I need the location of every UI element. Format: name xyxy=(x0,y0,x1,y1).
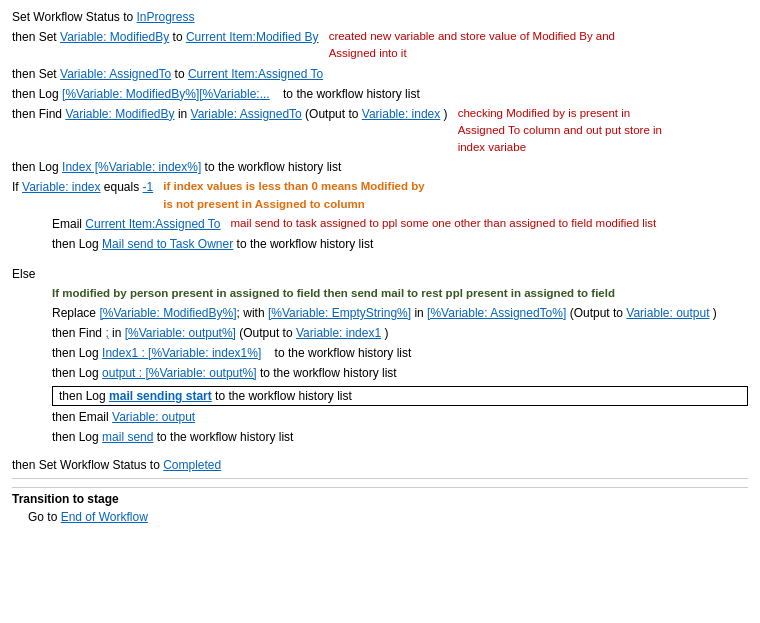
email-output-link[interactable]: Variable: output xyxy=(112,410,195,424)
line-log-mail-sending-highlighted: then Log mail sending start to the workf… xyxy=(52,386,748,406)
goto-line: Go to End of Workflow xyxy=(12,508,748,526)
line-log-mail-send: then Log mail send to the workflow histo… xyxy=(12,428,748,446)
line-else: Else xyxy=(12,265,748,283)
line-log-index: then Log Index [%Variable: index%] to th… xyxy=(12,158,748,176)
line-replace: Replace [%Variable: ModifiedBy%]; with [… xyxy=(12,304,748,322)
comment-email: mail send to task assigned to ppl some o… xyxy=(231,215,748,232)
section-divider xyxy=(12,478,748,479)
end-of-workflow-link[interactable]: End of Workflow xyxy=(61,510,148,524)
log-index1-link[interactable]: Index1 : [%Variable: index1%] xyxy=(102,346,261,360)
status-inprogress[interactable]: InProgress xyxy=(137,8,195,26)
replace-output[interactable]: Variable: output xyxy=(626,306,709,320)
line-set-workflow-completed: then Set Workflow Status to Completed xyxy=(12,456,748,474)
log-mail-send-link[interactable]: mail send xyxy=(102,430,153,444)
line-else-comment: If modified by person present in assigne… xyxy=(12,285,748,302)
line-email-output: then Email Variable: output xyxy=(12,408,748,426)
line-log-index1: then Log Index1 : [%Variable: index1%] t… xyxy=(12,344,748,362)
log-mail-sending-link[interactable]: mail sending start xyxy=(109,389,212,403)
find-output-index1[interactable]: Variable: index1 xyxy=(296,326,381,340)
field-assignedto[interactable]: Current Item:Assigned To xyxy=(188,67,323,81)
line-find-semicolon: then Find ; in [%Variable: output%] (Out… xyxy=(12,324,748,342)
transition-label: Transition to stage xyxy=(12,487,748,506)
replace-assignedto[interactable]: [%Variable: AssignedTo%] xyxy=(427,306,566,320)
comment-else: If modified by person present in assigne… xyxy=(52,285,615,302)
replace-emptystring[interactable]: [%Variable: EmptyString%] xyxy=(268,306,411,320)
var-assignedto[interactable]: Variable: AssignedTo xyxy=(60,67,171,81)
line-find-modifiedby: then Find Variable: ModifiedBy in Variab… xyxy=(12,105,748,157)
comment-find: checking Modified by is present inAssign… xyxy=(458,105,748,157)
find-modifiedby[interactable]: Variable: ModifiedBy xyxy=(65,107,174,121)
line-log-modifiedby-vars: then Log [%Variable: ModifiedBy%][%Varia… xyxy=(12,85,748,103)
var-modifiedby[interactable]: Variable: ModifiedBy xyxy=(60,30,169,44)
line-log-mail-task-owner: then Log Mail send to Task Owner to the … xyxy=(12,235,748,253)
line-email-assignedto: Email Current Item:Assigned To mail send… xyxy=(12,215,748,233)
if-var-index[interactable]: Variable: index xyxy=(22,180,101,194)
find-in-assignedto[interactable]: Variable: AssignedTo xyxy=(191,107,302,121)
status-completed[interactable]: Completed xyxy=(163,458,221,472)
field-modifiedby[interactable]: Current Item:Modified By xyxy=(186,30,319,44)
comment-if: if index values is less than 0 means Mod… xyxy=(163,178,748,213)
find-in-output[interactable]: [%Variable: output%] xyxy=(125,326,236,340)
log-index-link[interactable]: Index [%Variable: index%] xyxy=(62,160,201,174)
line-log-output: then Log output : [%Variable: output%] t… xyxy=(12,364,748,382)
line-set-modifiedby: then Set Variable: ModifiedBy to Current… xyxy=(12,28,748,63)
email-assignedto-link[interactable]: Current Item:Assigned To xyxy=(85,217,220,231)
log-mail-task-owner[interactable]: Mail send to Task Owner xyxy=(102,237,233,251)
find-semicolon[interactable]: ; xyxy=(105,326,108,340)
log-output-link[interactable]: output : [%Variable: output%] xyxy=(102,366,257,380)
comment-modifiedby: created new variable and store value of … xyxy=(329,28,748,63)
line-set-workflow-start: Set Workflow Status to InProgress xyxy=(12,8,748,26)
replace-modifiedby[interactable]: [%Variable: ModifiedBy%] xyxy=(99,306,236,320)
output-index[interactable]: Variable: index xyxy=(362,107,441,121)
if-value-minus1[interactable]: -1 xyxy=(143,180,154,194)
log-vars-link[interactable]: [%Variable: ModifiedBy%][%Variable:... xyxy=(62,87,270,101)
line-set-assignedto: then Set Variable: AssignedTo to Current… xyxy=(12,65,748,83)
line-if-condition: If Variable: index equals -1 if index va… xyxy=(12,178,748,213)
workflow-editor: Set Workflow Status to InProgress then S… xyxy=(0,0,760,536)
